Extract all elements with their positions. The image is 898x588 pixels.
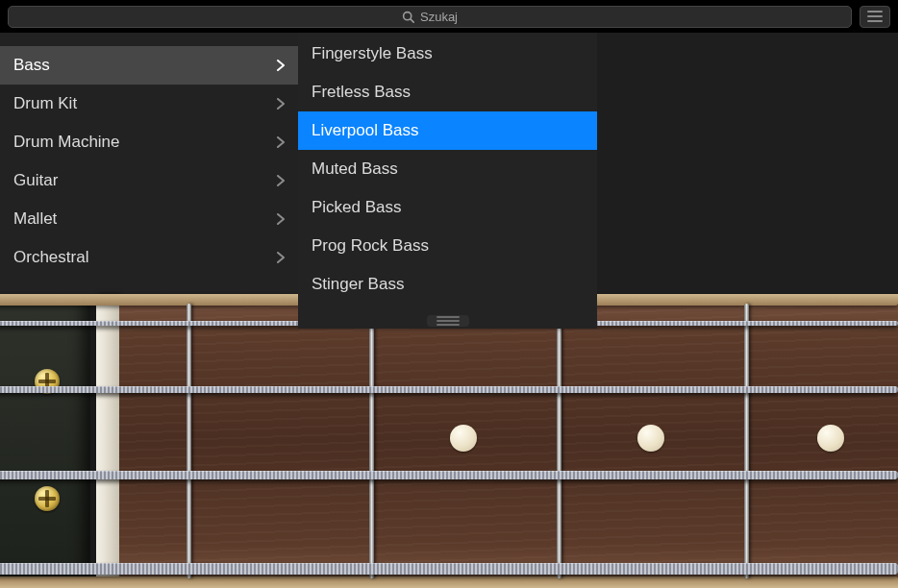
preset-label: Prog Rock Bass [312,236,429,256]
category-item[interactable]: Drum Kit [0,85,298,123]
drag-handle[interactable] [427,315,469,327]
preset-label: Picked Bass [312,198,402,217]
category-list[interactable]: BassDrum KitDrum MachineGuitarMalletOrch… [0,33,298,294]
category-item[interactable]: Guitar [0,161,298,200]
category-item[interactable]: Mallet [0,200,298,238]
tuning-screw-icon [35,486,60,511]
chevron-right-icon [277,98,285,110]
bass-string[interactable] [0,563,898,575]
preset-item[interactable]: Prog Rock Bass [298,227,597,265]
search-input[interactable]: Szukaj [8,6,852,28]
preset-item[interactable]: Muted Bass [298,150,597,188]
preset-item[interactable]: Picked Bass [298,188,597,227]
fret [187,304,191,578]
preset-label: Liverpool Bass [312,121,419,140]
preset-label: Muted Bass [312,159,398,179]
preset-item[interactable]: Liverpool Bass [298,111,597,150]
fret [744,304,749,578]
preset-list[interactable]: Fingerstyle BassFretless BassLiverpool B… [298,33,597,329]
list-menu-button[interactable] [860,6,890,28]
category-label: Bass [13,56,50,75]
preset-label: Fretless Bass [312,83,411,102]
preset-label: Fingerstyle Bass [312,44,433,63]
chevron-right-icon [277,175,285,186]
category-label: Orchestral [13,248,88,267]
nut [96,294,119,588]
chevron-right-icon [277,213,285,225]
preset-item[interactable]: Stinger Bass [298,265,597,304]
category-label: Drum Machine [13,133,120,152]
bass-string[interactable] [0,471,898,479]
fret-marker-dot [817,425,844,452]
svg-line-1 [411,18,413,21]
category-item[interactable]: Bass [0,46,298,85]
search-placeholder: Szukaj [420,10,458,24]
headstock [0,294,96,588]
fretboard[interactable] [119,294,898,588]
category-label: Drum Kit [13,94,77,113]
bass-instrument[interactable] [0,294,898,588]
sound-browser: BassDrum KitDrum MachineGuitarMalletOrch… [0,33,898,294]
search-icon [402,11,414,23]
preset-label: Stinger Bass [312,275,404,294]
category-label: Mallet [13,209,57,229]
neck-binding-bottom [0,576,898,588]
fret [557,304,561,578]
fret [369,304,374,578]
chevron-right-icon [277,252,285,263]
fret-marker-dot [637,425,664,452]
category-item[interactable]: Drum Machine [0,123,298,161]
chevron-right-icon [277,136,285,148]
chevron-right-icon [277,60,285,71]
category-item[interactable]: Orchestral [0,238,298,277]
bass-string[interactable] [0,386,898,393]
top-bar: Szukaj [0,0,898,33]
preset-item[interactable]: Fretless Bass [298,73,597,111]
category-label: Guitar [13,171,58,190]
preset-item[interactable]: Fingerstyle Bass [298,35,597,73]
fret-marker-dot [450,425,477,452]
